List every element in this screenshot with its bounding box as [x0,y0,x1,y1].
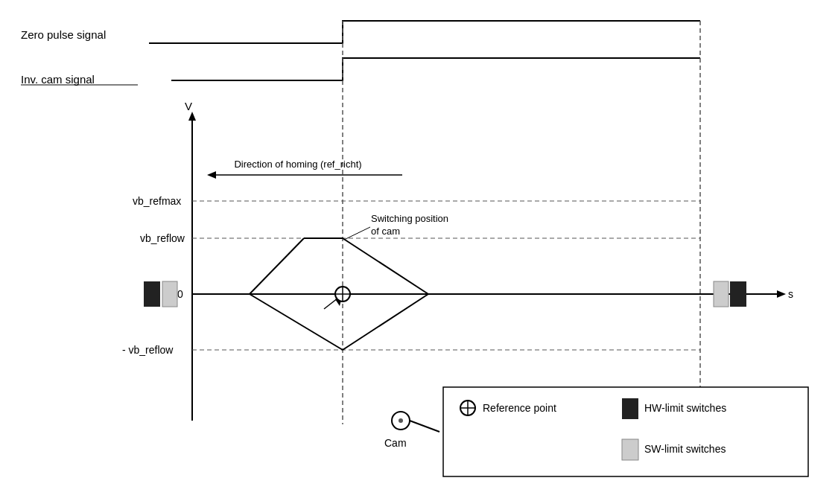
svg-marker-11 [207,171,216,179]
v-axis-label: V [185,100,192,112]
reference-point-label: Reference point [483,402,556,414]
svg-line-27 [410,421,439,432]
svg-line-12 [250,238,304,294]
legend-hw-switch [622,398,638,419]
svg-line-14 [343,238,428,294]
zero-label: 0 [177,288,183,300]
svg-point-26 [399,418,403,423]
vb-reflow-label: vb_reflow [140,232,185,244]
direction-homing-label: Direction of homing (ref_richt) [234,159,361,170]
svg-marker-4 [188,112,196,121]
switching-pos-label2: of cam [371,226,400,237]
svg-line-15 [250,294,343,350]
inv-cam-label: Inv. cam signal [21,73,95,86]
s-axis-label: s [788,288,793,300]
hw-limit-right [730,281,746,307]
svg-marker-6 [777,290,786,298]
hw-limit-left [144,281,160,307]
sw-limit-label: SW-limit switches [644,443,726,455]
neg-vb-reflow-label: - vb_reflow [122,344,174,356]
svg-line-16 [343,294,428,350]
zero-pulse-label: Zero pulse signal [21,28,106,41]
legend-sw-switch [622,439,638,460]
vb-refmax-label: vb_refmax [133,195,181,207]
cam-label: Cam [384,437,407,449]
hw-limit-label: HW-limit switches [644,402,726,414]
switching-pos-label: Switching position [371,213,448,224]
sw-limit-left [162,281,177,307]
sw-limit-right [714,281,729,307]
diagram-container: Zero pulse signal Inv. cam signal V s vb… [0,0,838,504]
svg-line-22 [344,227,370,240]
